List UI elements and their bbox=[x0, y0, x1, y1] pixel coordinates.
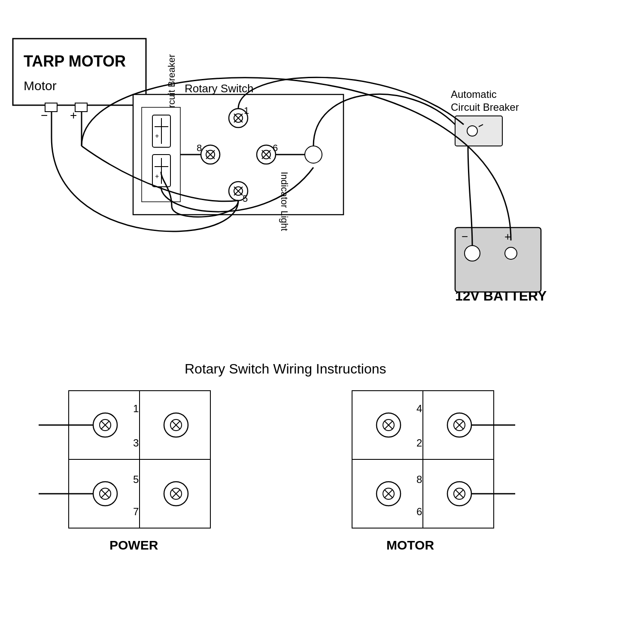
auto-cb-label-line1: Automatic bbox=[451, 88, 497, 100]
indicator-light-label: Indicator Light bbox=[279, 172, 290, 231]
terminal-5-label: 5 bbox=[243, 193, 248, 204]
motor-terminal-6: 6 bbox=[416, 506, 422, 517]
motor-terminal-2: 2 bbox=[416, 437, 422, 449]
svg-text:+: + bbox=[155, 173, 159, 180]
battery-minus: − bbox=[462, 230, 468, 243]
power-terminal-3: 3 bbox=[133, 437, 139, 449]
power-terminal-5: 5 bbox=[133, 474, 139, 485]
power-label: POWER bbox=[109, 538, 158, 552]
power-terminal-1: 1 bbox=[133, 403, 139, 414]
tarp-motor-label: TARP MOTOR bbox=[24, 52, 126, 70]
terminal-8-label: 8 bbox=[197, 143, 202, 153]
svg-text:+: + bbox=[155, 132, 159, 140]
svg-rect-4 bbox=[75, 103, 87, 112]
indicator-light-circle bbox=[305, 146, 322, 163]
svg-point-28 bbox=[465, 246, 480, 261]
terminal-6-label: 6 bbox=[273, 143, 278, 153]
motor-terminal-8: 8 bbox=[416, 474, 422, 485]
svg-point-26 bbox=[467, 126, 477, 136]
tarp-motor-box bbox=[13, 39, 146, 105]
svg-rect-3 bbox=[45, 103, 57, 112]
svg-text:Motor: Motor bbox=[24, 79, 57, 93]
motor-terminal-4: 4 bbox=[416, 403, 422, 414]
svg-point-29 bbox=[505, 247, 517, 259]
power-terminal-7: 7 bbox=[133, 506, 139, 517]
rotary-switch-label: Rotary Switch bbox=[185, 82, 253, 95]
terminal-1-label: 1 bbox=[244, 105, 249, 116]
auto-cb-label-line2: Circuit Breaker bbox=[451, 101, 519, 113]
diagram-container: TARP MOTOR Motor − + Rotary Switch Manua… bbox=[0, 0, 644, 644]
instructions-title: Rotary Switch Wiring Instructions bbox=[185, 361, 386, 377]
motor-label: MOTOR bbox=[386, 538, 434, 552]
